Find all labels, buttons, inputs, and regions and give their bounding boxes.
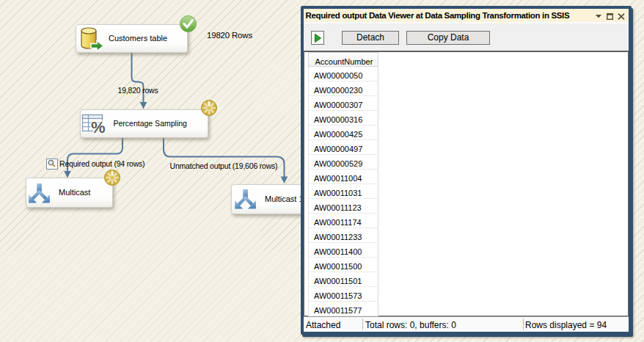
svg-text:%: % xyxy=(91,118,106,134)
